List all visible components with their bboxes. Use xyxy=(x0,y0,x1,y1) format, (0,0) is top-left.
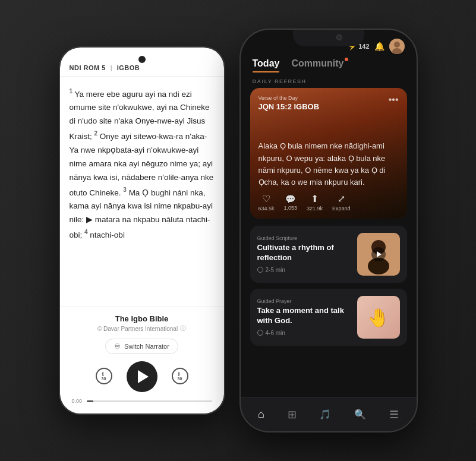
clock-icon xyxy=(257,267,263,273)
share-action[interactable]: ⬆ 321.9k xyxy=(307,193,323,211)
verse-3-num: 3 xyxy=(123,187,127,193)
info-icon: ⓘ xyxy=(180,324,186,333)
guided-scripture-card[interactable]: Guided Scripture Cultivate a rhythm of r… xyxy=(250,226,407,283)
fast-forward-button[interactable]: ⟫30 xyxy=(172,368,188,386)
bottom-nav: ⌂ ⊞ 🎵 🔍 ☰ xyxy=(241,397,417,431)
iphone-notch xyxy=(293,30,364,46)
progress-bar[interactable] xyxy=(87,400,212,402)
tab-community[interactable]: Community xyxy=(291,58,343,72)
like-action[interactable]: ♡ 634.5k xyxy=(259,193,275,211)
bible-book: NDI ROM 5 xyxy=(70,64,106,71)
grid-icon: ⊞ xyxy=(288,408,297,421)
scene: NDI ROM 5 | IGBOB 1 Ya mere ebe aguru ay… xyxy=(0,0,476,461)
switch-narrator-label: Switch Narrator xyxy=(124,343,169,350)
tab-today[interactable]: Today xyxy=(253,58,280,72)
copyright-text: © Davar Partners International xyxy=(97,326,178,332)
play-icon xyxy=(138,370,149,383)
nav-grid[interactable]: ⊞ xyxy=(283,406,301,424)
bible-version: IGBOB xyxy=(117,64,140,71)
rewind-circle: ⟪30 xyxy=(96,368,112,384)
expand-label: Expand xyxy=(332,206,351,211)
comment-action[interactable]: 💬 1,053 xyxy=(284,194,298,211)
vod-label: Verse of the Day xyxy=(259,95,320,101)
tab-today-label: Today xyxy=(253,58,280,68)
guided-prayer-title: Take a moment and talk with God. xyxy=(257,306,351,326)
comment-count: 1,053 xyxy=(284,205,298,211)
rewind-button[interactable]: ⟪30 xyxy=(96,368,112,386)
more-options-icon[interactable]: ••• xyxy=(389,95,399,105)
play-triangle-scripture xyxy=(377,251,382,257)
guided-prayer-duration: 4-6 min xyxy=(257,330,351,336)
vod-top-row: Verse of the Day JQN 15:2 IGBOB ••• xyxy=(259,95,399,111)
expand-action[interactable]: ⤢ Expand xyxy=(332,193,351,211)
iphone: ⚡ 142 🔔 Today Community xyxy=(239,29,418,432)
menu-icon: ☰ xyxy=(389,408,399,421)
bell-icon[interactable]: 🔔 xyxy=(374,42,384,51)
prayer-thumb-bg: 🤚 xyxy=(357,296,400,339)
player-controls: ⟪30 ⟫30 xyxy=(70,361,215,392)
vod-header: Verse of the Day JQN 15:2 IGBOB xyxy=(259,95,320,111)
guided-scripture-thumb xyxy=(357,233,400,276)
bible-subtitle: © Davar Partners International ⓘ xyxy=(70,324,215,333)
iphone-content: DAILY REFRESH Verse of the Day JQN 15:2 … xyxy=(241,72,417,397)
guided-prayer-card[interactable]: Guided Prayer Take a moment and talk wit… xyxy=(250,289,407,346)
nav-home[interactable]: ⌂ xyxy=(253,406,269,423)
guided-scripture-time: 2-5 min xyxy=(266,267,285,273)
current-time: 0:00 xyxy=(72,398,83,404)
share-count: 321.9k xyxy=(307,206,323,211)
android-content: 1 Ya mere ebe aguru ayi na ndi ezi omume… xyxy=(60,77,224,307)
switch-narrator-button[interactable]: ♾ Switch Narrator xyxy=(105,339,178,354)
avatar-image xyxy=(389,39,405,54)
audio-icon: 🎵 xyxy=(319,409,331,420)
nav-tabs: Today Community xyxy=(241,56,417,72)
verse-2-num: 2 xyxy=(94,130,98,137)
heart-icon: ♡ xyxy=(262,193,270,204)
rewind-text: ⟪30 xyxy=(102,372,106,381)
daily-refresh-label: DAILY REFRESH xyxy=(241,72,417,88)
like-count: 634.5k xyxy=(259,206,275,211)
play-overlay-scripture xyxy=(357,233,400,276)
android-player-area: The Igbo Bible © Davar Partners Internat… xyxy=(60,307,224,413)
guided-scripture-info: Guided Scripture Cultivate a rhythm of r… xyxy=(257,235,351,273)
tab-community-label: Community xyxy=(291,58,343,68)
progress-bar-container: 0:00 xyxy=(70,398,215,404)
guided-prayer-category: Guided Prayer xyxy=(257,298,351,304)
bible-text: 1 Ya mere ebe aguru ayi na ndi ezi omume… xyxy=(70,86,215,242)
iphone-screen: ⚡ 142 🔔 Today Community xyxy=(241,30,417,431)
vod-verse-text: Alaka Ọ bula nimem nke nādighi-ami nkpur… xyxy=(259,140,399,188)
nav-menu[interactable]: ☰ xyxy=(384,406,404,424)
progress-fill xyxy=(87,400,93,402)
nav-audio[interactable]: 🎵 xyxy=(314,406,336,422)
guided-prayer-thumb: 🤚 xyxy=(357,296,400,339)
guided-scripture-duration: 2-5 min xyxy=(257,267,351,273)
coins-value: 142 xyxy=(358,43,369,50)
android-phone: NDI ROM 5 | IGBOB 1 Ya mere ebe aguru ay… xyxy=(59,46,225,415)
guided-scripture-category: Guided Scripture xyxy=(257,235,351,241)
comment-icon: 💬 xyxy=(285,194,295,204)
expand-icon: ⤢ xyxy=(338,193,345,204)
play-button[interactable] xyxy=(127,361,157,392)
header-divider: | xyxy=(111,64,112,71)
vod-card[interactable]: Verse of the Day JQN 15:2 IGBOB ••• Alak… xyxy=(250,88,407,219)
narrator-icon: ♾ xyxy=(114,342,121,351)
guided-scripture-title: Cultivate a rhythm of reflection xyxy=(257,243,351,263)
hand-icon: 🤚 xyxy=(367,307,389,328)
android-camera xyxy=(138,56,146,63)
nav-search[interactable]: 🔍 xyxy=(349,406,371,422)
vod-actions: ♡ 634.5k 💬 1,053 ⬆ 321.9k xyxy=(259,193,399,211)
community-notification-dot xyxy=(345,58,348,61)
iphone-camera xyxy=(336,34,342,40)
android-screen: NDI ROM 5 | IGBOB 1 Ya mere ebe aguru ay… xyxy=(60,48,224,413)
forward-circle: ⟫30 xyxy=(172,368,188,384)
clock-icon-2 xyxy=(257,330,263,336)
avatar[interactable] xyxy=(389,39,405,54)
forward-text: ⟫30 xyxy=(178,372,182,381)
vod-title: JQN 15:2 IGBOB xyxy=(259,102,320,111)
home-icon: ⌂ xyxy=(258,408,264,421)
verse-1-num: 1 xyxy=(70,88,73,94)
guided-prayer-info: Guided Prayer Take a moment and talk wit… xyxy=(257,298,351,336)
bible-title: The Igbo Bible xyxy=(70,314,215,323)
vod-content: Verse of the Day JQN 15:2 IGBOB ••• Alak… xyxy=(250,88,407,219)
play-circle-scripture xyxy=(371,247,386,261)
search-icon: 🔍 xyxy=(354,409,366,420)
